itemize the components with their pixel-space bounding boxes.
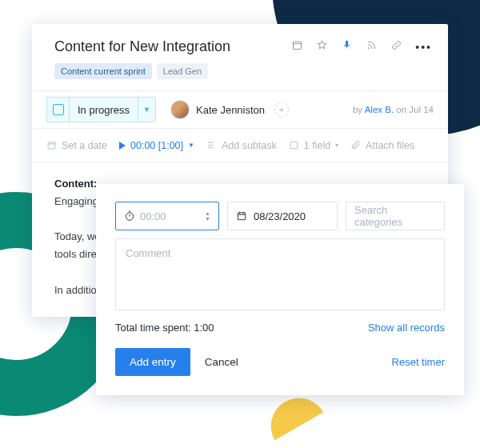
status-dropdown[interactable]: In progress ▼ [46, 97, 156, 122]
more-icon[interactable]: ••• [415, 41, 432, 54]
decor-yellow [261, 388, 323, 440]
tag[interactable]: Lead Gen [157, 63, 208, 79]
byline-prefix: by [353, 105, 365, 114]
search-placeholder: Search categories [354, 204, 436, 228]
link-icon[interactable] [390, 39, 402, 54]
comment-textarea[interactable]: Comment [115, 238, 445, 310]
svg-rect-5 [238, 213, 245, 220]
status-checkbox[interactable] [47, 98, 70, 122]
attach-action[interactable]: Attach files [350, 140, 414, 151]
assignee[interactable]: Kate Jenniston + [170, 100, 289, 119]
avatar [170, 100, 190, 119]
add-subtask-label: Add subtask [222, 140, 277, 151]
category-search-input[interactable]: Search categories [346, 202, 445, 230]
date-value: 08/23/2020 [254, 210, 306, 222]
assignee-name: Kate Jenniston [196, 104, 265, 116]
fields-action[interactable]: 1 field ▾ [289, 140, 338, 151]
comment-placeholder: Comment [126, 247, 170, 259]
play-icon [119, 142, 126, 150]
cancel-button[interactable]: Cancel [205, 356, 238, 368]
stopwatch-icon [124, 210, 135, 222]
total-time-label: Total time spent: 1:00 [115, 322, 214, 334]
tag[interactable]: Content current sprint [54, 63, 152, 79]
stepper-icon[interactable]: ▲▼ [205, 210, 210, 222]
set-date-label: Set a date [62, 140, 107, 151]
action-row: Set a date 00:00 [1:00] ▼ Add subtask 1 … [32, 129, 448, 162]
fields-label: 1 field [304, 140, 330, 151]
svg-rect-3 [290, 142, 298, 149]
reset-timer-link[interactable]: Reset timer [392, 356, 445, 368]
rss-icon[interactable] [366, 39, 378, 54]
total-row: Total time spent: 1:00 Show all records [115, 322, 445, 334]
svg-rect-2 [48, 142, 55, 149]
timer-action[interactable]: 00:00 [1:00] ▼ [119, 140, 194, 151]
tag-list: Content current sprint Lead Gen [32, 63, 448, 90]
date-input[interactable]: 08/23/2020 [227, 202, 338, 230]
time-value: 00:00 [140, 210, 200, 222]
pin-icon[interactable] [341, 39, 353, 54]
add-subtask-action[interactable]: Add subtask [206, 140, 277, 151]
chevron-down-icon[interactable]: ▼ [138, 98, 155, 122]
byline-author[interactable]: Alex B. [365, 105, 394, 114]
byline-suffix: on Jul 14 [394, 105, 434, 114]
attach-label: Attach files [366, 140, 414, 151]
header-icons: ••• [291, 39, 432, 54]
add-assignee-button[interactable]: + [274, 102, 289, 117]
calendar-icon [236, 210, 247, 222]
status-label: In progress [70, 104, 138, 116]
svg-rect-0 [294, 42, 302, 49]
task-header: Content for New Integration ••• [32, 24, 448, 63]
content-label: Content: [54, 178, 97, 190]
status-row: In progress ▼ Kate Jenniston + by Alex B… [32, 90, 448, 129]
calendar-icon[interactable] [291, 39, 303, 54]
timer-inputs: 00:00 ▲▼ 08/23/2020 Search categories [115, 202, 445, 230]
task-title: Content for New Integration [54, 38, 230, 55]
time-input[interactable]: 00:00 ▲▼ [115, 202, 219, 230]
timer-panel: 00:00 ▲▼ 08/23/2020 Search categories Co… [96, 184, 464, 395]
timer-label: 00:00 [1:00] [130, 140, 183, 151]
byline: by Alex B. on Jul 14 [353, 105, 434, 114]
star-icon[interactable] [316, 39, 328, 54]
add-entry-button[interactable]: Add entry [115, 348, 190, 376]
svg-point-1 [368, 47, 370, 49]
set-date-action[interactable]: Set a date [46, 140, 107, 151]
button-row: Add entry Cancel Reset timer [115, 348, 445, 376]
show-all-records-link[interactable]: Show all records [368, 322, 445, 334]
